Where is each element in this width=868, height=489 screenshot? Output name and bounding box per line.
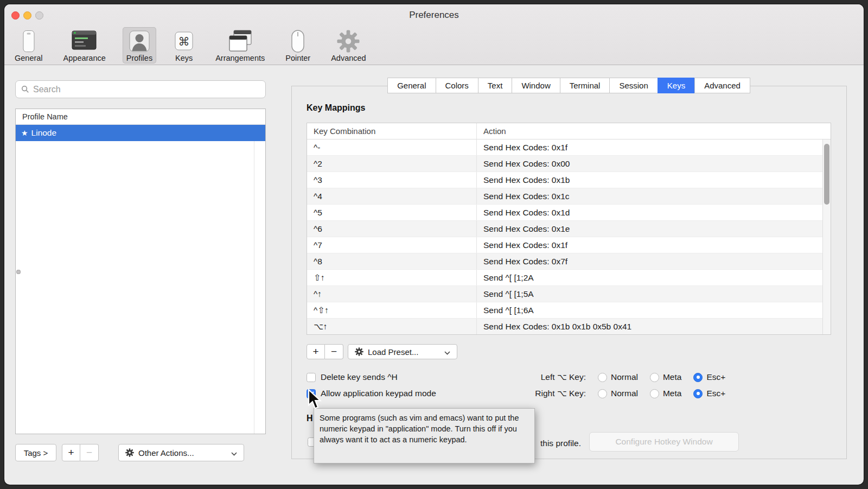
action-cell: Send Hex Codes: 0x1d <box>477 205 822 220</box>
configure-hotkey-window-button[interactable]: Configure Hotkey Window <box>589 432 739 452</box>
action-cell: Send Hex Codes: 0x1f <box>477 139 822 155</box>
gear-icon <box>125 448 134 457</box>
key-mapping-row[interactable]: ^7Send Hex Codes: 0x1f <box>307 237 822 253</box>
remove-key-mapping-button[interactable]: − <box>325 344 343 359</box>
key-mapping-row[interactable]: ^3Send Hex Codes: 0x1b <box>307 172 822 188</box>
radio-option-meta[interactable]: Meta <box>650 389 681 398</box>
key-combination-cell: ⌥↑ <box>307 319 477 334</box>
load-preset-label: Load Preset... <box>368 347 418 357</box>
action-cell: Send Hex Codes: 0x1b <box>477 172 822 188</box>
other-actions-dropdown[interactable]: Other Actions... <box>118 444 244 461</box>
radio-option-meta[interactable]: Meta <box>650 372 681 382</box>
window-header: Preferences GeneralAppearanceProfiles⌘Ke… <box>4 4 864 65</box>
toolbar-item-label: Pointer <box>285 54 310 62</box>
profile-name: Linode <box>31 128 57 137</box>
table-controls: + − Load Preset... <box>307 344 457 359</box>
key-mapping-row[interactable]: ⌥↑Send Hex Codes: 0x1b 0x1b 0x5b 0x41 <box>307 319 822 334</box>
appearance-icon <box>72 29 98 53</box>
action-cell: Send ^[ [1;2A <box>477 270 822 285</box>
tags-button[interactable]: Tags > <box>15 444 56 461</box>
checkbox-group: Delete key sends ^HAllow application key… <box>307 369 436 402</box>
tab-session[interactable]: Session <box>609 78 658 93</box>
key-mapping-row[interactable]: ⇧↑Send ^[ [1;2A <box>307 270 822 286</box>
action-cell: Send ^[ [1;6A <box>477 302 822 318</box>
checkbox-delete-key-sends-h[interactable]: Delete key sends ^H <box>307 369 436 385</box>
add-key-mapping-button[interactable]: + <box>307 344 325 359</box>
load-preset-dropdown[interactable]: Load Preset... <box>348 344 457 359</box>
tab-text[interactable]: Text <box>478 78 513 93</box>
key-combination-cell: ^⇧↑ <box>307 302 477 318</box>
scrollbar-thumb[interactable] <box>824 144 829 205</box>
toolbar-item-appearance[interactable]: Appearance <box>60 27 110 63</box>
radio-group-label: Left ⌥ Key: <box>521 372 586 382</box>
remove-profile-button[interactable]: − <box>80 444 99 461</box>
radio-group-label: Right ⌥ Key: <box>521 389 586 398</box>
column-header-key-combination[interactable]: Key Combination <box>307 123 477 139</box>
radio-option-normal[interactable]: Normal <box>598 372 638 382</box>
table-scrollbar[interactable] <box>822 139 831 334</box>
key-mapping-row[interactable]: ^6Send Hex Codes: 0x1e <box>307 221 822 237</box>
key-mapping-row[interactable]: ^2Send Hex Codes: 0x00 <box>307 156 822 172</box>
toolbar-item-arrangements[interactable]: Arrangements <box>212 27 269 63</box>
toolbar-item-label: Keys <box>175 54 193 62</box>
radio-option-normal[interactable]: Normal <box>598 389 638 398</box>
radio-option-label: Esc+ <box>706 389 725 398</box>
radio-option-esc[interactable]: Esc+ <box>693 389 725 398</box>
hotkey-partial-text: this profile. <box>540 439 581 448</box>
key-combination-cell: ^6 <box>307 221 477 237</box>
toolbar-item-label: General <box>15 54 43 62</box>
preferences-window: Preferences GeneralAppearanceProfiles⌘Ke… <box>4 4 864 485</box>
toolbar-item-general[interactable]: General <box>11 27 47 63</box>
hotkey-section-heading: H <box>307 414 313 423</box>
advanced-icon <box>337 29 360 53</box>
tab-window[interactable]: Window <box>512 78 560 93</box>
titlebar[interactable]: Preferences <box>4 4 864 26</box>
toolbar-item-advanced[interactable]: Advanced <box>327 27 370 63</box>
radio-button <box>693 373 703 382</box>
column-header-action[interactable]: Action <box>477 123 831 139</box>
key-mappings-body: ^-Send Hex Codes: 0x1f^2Send Hex Codes: … <box>307 139 822 334</box>
tab-general[interactable]: General <box>387 78 436 93</box>
pane-splitter-handle[interactable] <box>16 270 21 274</box>
tab-colors[interactable]: Colors <box>436 78 478 93</box>
panel-tabbar: GeneralColorsTextWindowTerminalSessionKe… <box>291 78 847 93</box>
sidebar-controls: Tags > + − Other Actions... <box>15 444 244 461</box>
keys-icon: ⌘ <box>173 29 195 53</box>
action-cell: Send Hex Codes: 0x00 <box>477 156 822 172</box>
column-divider <box>254 109 254 434</box>
checkbox-allow-application-keypad-mode[interactable]: Allow application keypad mode <box>307 385 436 402</box>
toolbar-item-keys[interactable]: ⌘Keys <box>169 27 199 63</box>
action-cell: Send ^[ [1;5A <box>477 286 822 302</box>
key-mapping-row[interactable]: ^4Send Hex Codes: 0x1c <box>307 188 822 205</box>
key-mapping-row[interactable]: ^5Send Hex Codes: 0x1d <box>307 205 822 221</box>
radio-option-label: Meta <box>663 372 681 382</box>
radio-option-esc[interactable]: Esc+ <box>693 372 725 382</box>
toolbar-item-label: Arrangements <box>215 54 265 62</box>
key-combination-cell: ^8 <box>307 253 477 269</box>
toolbar-item-pointer[interactable]: Pointer <box>282 27 314 63</box>
radio-option-label: Normal <box>611 389 638 398</box>
profile-list: Profile Name ★Linode <box>15 109 266 434</box>
pointer-icon <box>289 29 307 53</box>
key-combination-cell: ^- <box>307 139 477 155</box>
key-mapping-row[interactable]: ^8Send Hex Codes: 0x7f <box>307 253 822 270</box>
tab-keys[interactable]: Keys <box>658 78 695 93</box>
key-combination-cell: ^4 <box>307 188 477 204</box>
section-title: Key Mappings <box>307 103 365 113</box>
key-mapping-row[interactable]: ^⇧↑Send ^[ [1;6A <box>307 302 822 319</box>
key-combination-cell: ^5 <box>307 205 477 220</box>
tab-advanced[interactable]: Advanced <box>694 78 750 93</box>
profile-list-rows: ★Linode <box>16 125 265 141</box>
key-mapping-row[interactable]: ^-Send Hex Codes: 0x1f <box>307 139 822 156</box>
key-mapping-row[interactable]: ^↑Send ^[ [1;5A <box>307 286 822 302</box>
chevron-down-icon <box>444 347 450 357</box>
action-cell: Send Hex Codes: 0x1f <box>477 237 822 253</box>
add-profile-button[interactable]: + <box>62 444 80 461</box>
tab-terminal[interactable]: Terminal <box>560 78 610 93</box>
radio-button <box>650 389 659 398</box>
toolbar-item-label: Appearance <box>63 54 106 62</box>
search-input[interactable] <box>33 85 260 94</box>
search-field[interactable] <box>15 80 266 98</box>
profile-row[interactable]: ★Linode <box>16 125 265 141</box>
toolbar-item-profiles[interactable]: Profiles <box>123 27 156 63</box>
